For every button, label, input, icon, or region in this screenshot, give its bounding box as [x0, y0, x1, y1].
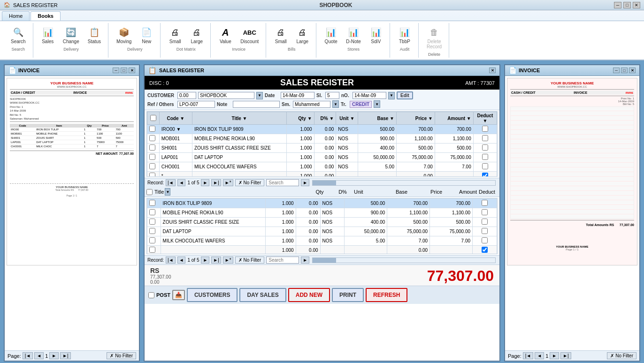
detail-select-all[interactable] [146, 189, 153, 195]
status-btn[interactable]: 📋 Status [84, 24, 104, 46]
upper-nav-end[interactable]: ►* [223, 179, 233, 186]
discount-btn[interactable]: ABC Discount [237, 24, 262, 46]
date2-input[interactable] [353, 92, 386, 99]
date-input[interactable] [281, 92, 314, 99]
upper-nav-prev[interactable]: ◄ [177, 179, 186, 186]
post-label[interactable]: POST [148, 292, 170, 298]
upper-nav-next[interactable]: ► [201, 179, 209, 186]
inv-right-prev-btn[interactable]: ◄ [535, 352, 544, 359]
delete-record-btn[interactable]: 🗑 Delete Record [423, 24, 445, 51]
lower-search-input[interactable] [266, 257, 299, 264]
add-new-btn[interactable]: ADD NEW [288, 288, 330, 302]
quote-btn[interactable]: 📊 Quote [321, 24, 341, 46]
invoice-left-close[interactable]: ✕ [129, 68, 135, 73]
table-row[interactable]: LAP001 DAT LAPTOP 1.000 0.00 NOS 50,000.… [147, 153, 497, 162]
row-check[interactable] [149, 163, 155, 169]
lower-scrollbar[interactable] [312, 257, 496, 263]
row-check[interactable] [149, 135, 155, 141]
sdiv-btn[interactable]: 📊 SdiV [366, 24, 386, 46]
restore-btn[interactable]: □ [623, 2, 631, 8]
row-check[interactable] [149, 126, 155, 132]
detail-row[interactable]: MILK CHOCOLATE WAFERS 1.000 0.00 NOS 5.0… [147, 236, 497, 246]
upper-scrollbar[interactable] [312, 180, 496, 186]
table-row-new[interactable]: * 1.000 0.00 0.00 [147, 172, 497, 177]
invoice-right-close[interactable]: ✕ [629, 68, 636, 73]
change-btn[interactable]: 🔄 Change [60, 24, 83, 46]
detail-row[interactable]: MOBILE PHONE ROKIA L90 1.000 0.00 NOS 90… [147, 208, 497, 218]
salesman-input[interactable] [293, 101, 330, 108]
inv-right-no-filter-btn[interactable]: ✗ No Filter [607, 352, 636, 359]
customer-value-input[interactable] [177, 92, 196, 99]
lower-nav-end[interactable]: ►* [223, 257, 233, 264]
row-check[interactable] [149, 173, 155, 177]
inv-left-no-filter-btn[interactable]: ✗ No Filter [107, 352, 136, 359]
customer-name-input[interactable] [198, 92, 254, 99]
row-check[interactable] [149, 144, 155, 151]
sl-input[interactable] [325, 92, 339, 99]
detail-row-check[interactable] [149, 209, 155, 215]
dotmatrix-large-btn[interactable]: 🖨 Large [187, 24, 207, 46]
detail-row-deduct-new[interactable] [482, 247, 488, 253]
detail-row-new[interactable]: 1.000 0.00 0.00 [147, 246, 497, 255]
table-row[interactable]: SHI001 ZOUIS SHIRT CLASSIC FREE SIZE 1.0… [147, 144, 497, 153]
post-checkbox[interactable] [148, 292, 154, 298]
row-deduct-check[interactable] [482, 135, 488, 141]
lower-no-filter-btn[interactable]: ✗ No Filter [235, 257, 265, 264]
detail-title-dropdown[interactable]: ▼ [165, 188, 170, 196]
inv-left-last-btn[interactable]: ►| [60, 352, 71, 359]
row-deduct-check-new[interactable] [482, 173, 488, 177]
lower-nav-last[interactable]: ►| [211, 257, 221, 264]
dnote-btn[interactable]: 📊 D-Note [343, 24, 364, 46]
lower-nav-first[interactable]: |◄ [166, 257, 176, 264]
inv-left-first-btn[interactable]: |◄ [23, 352, 33, 359]
detail-row-deduct[interactable] [482, 219, 488, 225]
upper-nav-first[interactable]: |◄ [166, 179, 176, 186]
lower-search-btn[interactable]: ► [301, 257, 309, 264]
bills-large-btn[interactable]: 🖨 Large [292, 24, 312, 46]
search-ribbon-btn[interactable]: 🔍 Search [8, 24, 29, 46]
table-row[interactable]: CHO001 MILK CHOCOLATE WAFERS 1.000 0.00 … [147, 162, 497, 172]
upper-search-btn[interactable]: ► [301, 179, 309, 186]
inv-right-next-btn[interactable]: ► [550, 352, 559, 359]
lower-nav-prev[interactable]: ◄ [177, 257, 186, 264]
inv-right-last-btn[interactable]: ►| [560, 352, 571, 359]
customer-dropdown-btn[interactable]: ▼ [256, 92, 263, 99]
sr-close-btn[interactable]: ✕ [489, 68, 496, 73]
edit-btn[interactable]: Edit [397, 91, 413, 99]
close-btn[interactable]: ✕ [633, 2, 640, 8]
bills-small-btn[interactable]: 🖨 Small [271, 24, 291, 46]
inv-left-next-btn[interactable]: ► [49, 352, 59, 359]
customers-btn[interactable]: CUSTOMERS [187, 288, 238, 302]
tab-home[interactable]: Home [2, 11, 30, 21]
row-check[interactable] [149, 154, 155, 160]
detail-row[interactable]: ZOUIS SHIRT CLASSIC FREE SIZE 1.000 0.00… [147, 218, 497, 227]
refresh-btn[interactable]: REFRESH [366, 288, 407, 302]
dotmatrix-small-btn[interactable]: 🖨 Small [165, 24, 185, 46]
detail-row-deduct[interactable] [482, 209, 488, 215]
moving-btn[interactable]: 📦 Moving [113, 24, 135, 46]
detail-row[interactable]: IRON BOX TULIP 9809 1.000 0.00 NOS 500.0… [147, 199, 497, 208]
detail-row[interactable]: DAT LAPTOP 1.000 0.00 NOS 50,000.00 75,0… [147, 227, 497, 236]
date2-dropdown-btn[interactable]: ▼ [388, 92, 395, 99]
sales-btn[interactable]: 📊 Sales [38, 24, 58, 46]
note-input[interactable] [233, 101, 280, 108]
lower-nav-next[interactable]: ► [201, 257, 209, 264]
invoice-right-minimize[interactable]: ─ [613, 68, 620, 73]
select-all-check[interactable] [150, 115, 156, 121]
value-btn[interactable]: A Value [215, 24, 235, 46]
icon-btn[interactable]: 📥 [172, 290, 185, 300]
inv-left-prev-btn[interactable]: ◄ [34, 352, 44, 359]
invoice-right-restore[interactable]: □ [621, 68, 628, 73]
detail-row-deduct[interactable] [482, 237, 488, 243]
ref-input[interactable] [177, 101, 215, 108]
print-btn[interactable]: PRINT [332, 288, 364, 302]
table-row[interactable]: IRO00 ▼ IRON BOX TULIP 9809 1.000 0.00 N… [147, 125, 497, 134]
row-deduct-check[interactable] [482, 154, 488, 160]
table-row[interactable]: MOB001 MOBILE PHONE ROKIA L90 1.000 0.00… [147, 134, 497, 144]
credit-dropdown-btn[interactable]: ▼ [374, 100, 380, 108]
detail-row-check[interactable] [149, 237, 155, 243]
detail-row-check[interactable] [149, 200, 155, 206]
inv-right-first-btn[interactable]: |◄ [523, 352, 534, 359]
minimize-btn[interactable]: ─ [614, 2, 621, 8]
upper-no-filter-btn[interactable]: ✗ No Filter [235, 179, 265, 186]
